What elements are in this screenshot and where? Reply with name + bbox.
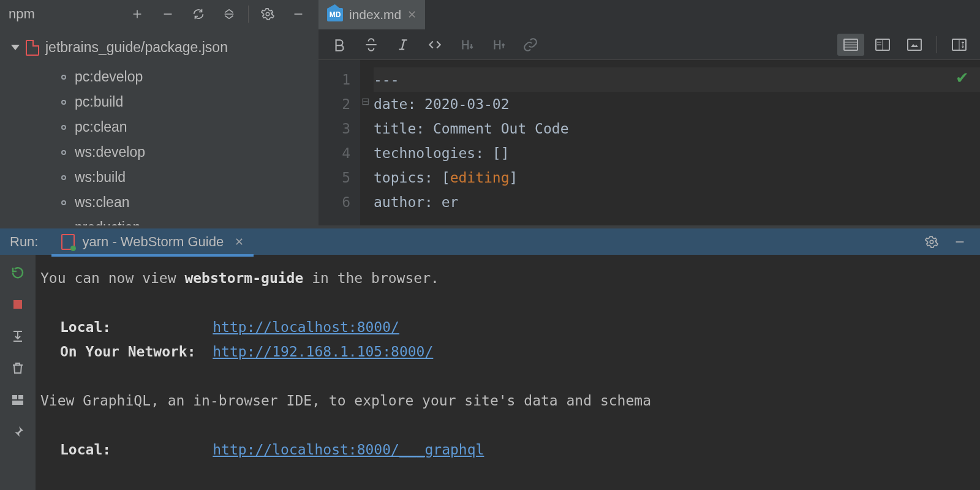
console-text: View GraphiQL, an in-browser IDE, to exp… [40,393,651,409]
package-json-icon [26,40,39,56]
code-token: editing [450,170,510,186]
npm-script-label: ws:build [75,169,126,186]
separator [937,36,937,53]
layout-icon[interactable] [10,392,26,408]
rerun-icon[interactable] [10,265,26,281]
code-line: --- [374,72,399,88]
bullet-icon [61,100,66,105]
run-config-icon [61,234,75,250]
npm-title: npm [9,6,35,22]
code-icon[interactable] [421,32,448,57]
run-label: Run: [10,234,38,250]
editor-tab-indexmd[interactable]: MD index.md ✕ [318,0,425,29]
run-tab-yarn[interactable]: yarn - WebStorm Guide ✕ [51,229,254,257]
strikethrough-icon[interactable] [358,32,385,57]
npm-script-item[interactable]: pc:develop [61,64,312,89]
scroll-sync-icon[interactable] [946,34,973,56]
minimize-icon[interactable] [946,235,974,249]
console-link-network[interactable]: http://192.168.1.105:8000/ [213,344,433,360]
markdown-toolbar [318,29,980,60]
code-line: author: er [374,194,458,210]
editor-tabbar: MD index.md ✕ [318,0,980,29]
close-tab-icon[interactable]: ✕ [235,235,244,249]
close-tab-icon[interactable]: ✕ [407,8,417,21]
bullet-icon [61,150,66,155]
console-label: Local: [60,319,111,335]
settings-icon[interactable] [252,0,283,28]
npm-script-item[interactable]: pc:build [61,89,312,115]
code-editor[interactable]: 123 456 ⊟ --- date: 2020-03-02 title: Co… [318,60,980,225]
npm-script-item[interactable]: ws:develop [61,140,312,165]
console-text: in the browser. [303,270,439,286]
npm-script-label: ws:develop [75,144,145,160]
npm-script-label: ws:clean [75,194,129,211]
minimize-icon[interactable] [283,0,314,28]
code-line: title: Comment Out Code [374,121,569,137]
remove-icon[interactable] [153,0,183,28]
code-line: date: 2020-03-02 [374,96,510,112]
svg-rect-15 [18,395,23,399]
separator [248,6,249,23]
fold-icon[interactable]: ⊟ [361,96,369,107]
code-line: technologies: [] [374,145,510,161]
bold-icon[interactable] [326,32,353,57]
tab-filename: index.md [349,7,401,22]
markdown-file-icon: MD [327,8,343,21]
view-preview-only-icon[interactable] [901,34,928,56]
run-tab-label: yarn - WebStorm Guide [82,234,224,250]
npm-script-label: pc:clean [75,119,127,135]
inspection-ok-icon[interactable]: ✔ [956,69,969,88]
console-label: Local: [60,442,111,458]
run-side-toolbar [0,255,36,490]
line-gutter: 123 456 [318,60,360,225]
npm-toolbar: npm [0,0,318,28]
code-line: ] [510,170,518,186]
editor-area: MD index.md ✕ 123 456 ⊟ [318,0,980,225]
svg-rect-9 [908,39,921,50]
npm-script-label: pc:build [75,94,123,110]
add-icon[interactable] [122,0,153,28]
header-inc-icon[interactable] [485,32,512,57]
collapse-all-icon[interactable] [214,0,244,28]
console-text: webstorm-guide [184,270,303,286]
chevron-down-icon [11,45,20,50]
npm-script-item[interactable]: ws:build [61,165,312,190]
clear-all-icon[interactable] [10,360,26,376]
console-label: On Your Network: [60,344,196,360]
refresh-icon[interactable] [183,0,214,28]
svg-rect-13 [13,300,22,309]
svg-point-12 [930,240,933,244]
console-link-local[interactable]: http://localhost:8000/ [213,319,399,335]
settings-icon[interactable] [918,235,946,249]
bullet-icon [61,125,66,130]
npm-script-label: pc:develop [75,69,143,85]
stop-icon[interactable] [10,296,26,312]
header-dec-icon[interactable] [453,32,480,57]
bullet-icon [61,200,66,205]
bullet-icon [61,75,66,80]
bullet-icon [61,175,66,180]
console-output[interactable]: You can now view webstorm-guide in the b… [36,255,980,490]
console-link-graphql[interactable]: http://localhost:8000/___graphql [213,442,484,458]
pin-icon[interactable] [10,424,26,440]
run-tool-window: Run: yarn - WebStorm Guide ✕ You can now… [0,225,980,490]
svg-rect-16 [12,401,23,405]
npm-root-label: jetbrains_guide/package.json [45,39,228,56]
npm-script-item[interactable]: ws:clean [61,190,312,215]
run-header: Run: yarn - WebStorm Guide ✕ [0,225,980,255]
scroll-to-end-icon[interactable] [10,328,26,344]
code-line: topics: [ [374,170,450,186]
view-editor-preview-icon[interactable] [869,34,896,56]
italic-icon[interactable] [390,32,417,57]
link-icon[interactable] [517,32,544,57]
npm-tree-root[interactable]: jetbrains_guide/package.json [11,39,312,56]
svg-rect-14 [12,395,17,399]
console-text: You can now view [40,270,184,286]
view-editor-only-icon[interactable] [837,34,864,56]
svg-point-0 [266,12,270,16]
npm-script-item[interactable]: pc:clean [61,115,312,140]
npm-tool-window: npm jetbrains_guide/package.json pc:deve… [0,0,318,225]
